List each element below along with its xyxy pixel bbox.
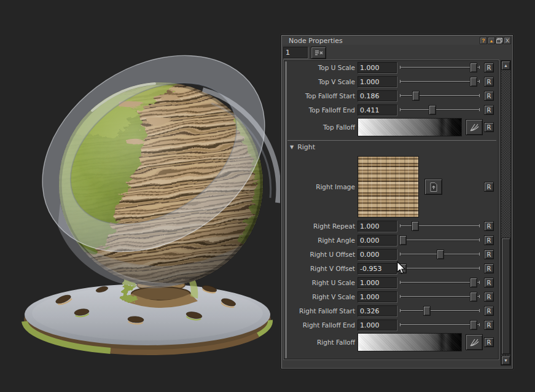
scroll-down-button[interactable]: ▼ bbox=[501, 356, 510, 365]
section-header[interactable]: ▼Right bbox=[290, 142, 498, 152]
slider[interactable] bbox=[400, 292, 480, 302]
value-input[interactable] bbox=[357, 305, 397, 316]
image-thumbnail[interactable] bbox=[357, 156, 419, 218]
reset-button[interactable]: R bbox=[484, 182, 494, 192]
section-separator bbox=[287, 140, 496, 141]
scroll-thumb[interactable] bbox=[501, 238, 510, 355]
slider-handle[interactable] bbox=[437, 249, 444, 259]
slider-handle[interactable] bbox=[470, 77, 477, 87]
value-input[interactable] bbox=[357, 319, 397, 331]
slider[interactable] bbox=[400, 320, 480, 330]
slider[interactable] bbox=[400, 264, 480, 273]
reset-button[interactable]: R bbox=[484, 235, 494, 245]
param-label: Right U Offset bbox=[289, 251, 355, 258]
falloff-gradient-bar bbox=[357, 333, 462, 351]
slider-handle[interactable] bbox=[470, 278, 477, 288]
param-row: Top V ScaleR bbox=[289, 76, 494, 87]
close-button[interactable]: X bbox=[504, 37, 511, 44]
section-label: Right bbox=[297, 143, 315, 151]
reset-button[interactable]: R bbox=[484, 63, 494, 73]
param-row: Right Falloff StartR bbox=[289, 305, 494, 316]
reset-button[interactable]: R bbox=[484, 221, 494, 231]
slider-track[interactable] bbox=[400, 324, 480, 325]
material-preview bbox=[0, 0, 283, 392]
slider-track[interactable] bbox=[400, 282, 480, 283]
gradient-edit-icon bbox=[469, 122, 480, 133]
param-label: Right Falloff Start bbox=[289, 307, 355, 315]
slider[interactable] bbox=[400, 77, 480, 87]
value-input[interactable] bbox=[357, 62, 397, 73]
param-label: Top V Scale bbox=[289, 78, 355, 85]
reset-button[interactable]: R bbox=[484, 105, 494, 115]
slider-handle[interactable] bbox=[470, 292, 477, 302]
gradient-edit-icon bbox=[469, 337, 480, 348]
slider[interactable] bbox=[400, 306, 480, 316]
slider[interactable] bbox=[400, 249, 480, 259]
value-input[interactable] bbox=[357, 291, 397, 302]
param-label: Right Falloff bbox=[289, 339, 355, 346]
value-input[interactable] bbox=[357, 76, 397, 87]
window-title: Node Properties bbox=[283, 37, 347, 45]
slider-handle[interactable] bbox=[470, 320, 477, 330]
slider-handle[interactable] bbox=[399, 235, 407, 245]
slider[interactable] bbox=[400, 278, 480, 288]
slider-track[interactable] bbox=[400, 67, 480, 68]
slider-track[interactable] bbox=[400, 109, 480, 110]
value-input[interactable] bbox=[357, 277, 397, 288]
param-label: Right Angle bbox=[289, 237, 355, 244]
reset-button[interactable]: R bbox=[484, 264, 494, 273]
slider[interactable] bbox=[400, 63, 480, 73]
value-input[interactable] bbox=[357, 104, 397, 116]
help-button[interactable]: ? bbox=[480, 37, 487, 44]
section-collapse-icon: ▼ bbox=[290, 144, 294, 150]
titlebar[interactable]: Node Properties ? ▲ X bbox=[283, 36, 512, 45]
param-label: Right V Offset bbox=[289, 265, 355, 272]
reset-button[interactable]: R bbox=[484, 77, 494, 87]
reset-button[interactable]: R bbox=[484, 337, 494, 347]
properties-scroll-area: Top U ScaleRTop V ScaleRTop Falloff Star… bbox=[283, 60, 499, 360]
collapse-button[interactable]: ▲ bbox=[488, 37, 495, 44]
value-input[interactable] bbox=[357, 249, 397, 260]
param-label: Right U Scale bbox=[289, 279, 355, 286]
value-input[interactable] bbox=[357, 221, 397, 232]
section-right: ▼Right bbox=[287, 140, 498, 152]
gradient-edit-button[interactable] bbox=[466, 119, 483, 135]
reset-button[interactable]: R bbox=[484, 320, 494, 330]
gradient-edit-button[interactable] bbox=[466, 334, 483, 350]
reset-button[interactable]: R bbox=[484, 292, 494, 302]
param-label: Top Falloff Start bbox=[289, 92, 355, 100]
vertical-scrollbar[interactable]: ▲ ▼ bbox=[501, 60, 511, 366]
value-input[interactable] bbox=[357, 235, 397, 246]
slider-track[interactable] bbox=[400, 310, 480, 311]
slider[interactable] bbox=[400, 235, 480, 245]
slider-handle[interactable] bbox=[399, 264, 407, 273]
load-image-button[interactable] bbox=[424, 179, 442, 195]
reset-button[interactable]: R bbox=[484, 278, 494, 288]
scroll-up-button[interactable]: ▲ bbox=[501, 61, 510, 70]
slider-track[interactable] bbox=[400, 296, 480, 297]
falloff-gradient-bar bbox=[357, 118, 462, 136]
slider-track[interactable] bbox=[400, 268, 480, 269]
param-row: Right V ScaleR bbox=[289, 291, 494, 302]
slider-handle[interactable] bbox=[412, 91, 420, 101]
preset-count-input[interactable] bbox=[283, 47, 308, 58]
slider-handle[interactable] bbox=[423, 306, 431, 316]
slider-track[interactable] bbox=[400, 81, 480, 82]
reset-button[interactable]: R bbox=[484, 91, 494, 101]
slider-handle[interactable] bbox=[429, 105, 436, 115]
slider[interactable] bbox=[400, 91, 480, 101]
reset-button[interactable]: R bbox=[484, 122, 494, 132]
clear-button[interactable] bbox=[311, 47, 326, 59]
value-input[interactable] bbox=[357, 90, 397, 101]
param-row: Right Falloff EndR bbox=[289, 319, 494, 331]
slider[interactable] bbox=[400, 221, 480, 231]
slider[interactable] bbox=[400, 105, 480, 115]
value-input[interactable] bbox=[357, 263, 397, 274]
restore-button[interactable] bbox=[496, 37, 503, 44]
slider-handle[interactable] bbox=[470, 63, 477, 73]
clear-list-icon bbox=[314, 49, 324, 57]
reset-button[interactable]: R bbox=[484, 249, 494, 259]
slider-handle[interactable] bbox=[412, 221, 419, 231]
reset-button[interactable]: R bbox=[484, 306, 494, 316]
slider-track[interactable] bbox=[400, 240, 480, 240]
